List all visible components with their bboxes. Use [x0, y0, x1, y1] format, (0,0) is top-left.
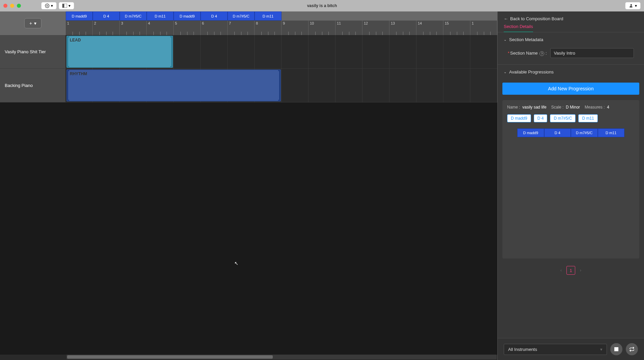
chevron-down-icon: ▾ — [34, 21, 36, 26]
track-lane[interactable]: LEAD — [66, 35, 497, 68]
tab-section-details[interactable]: Section Details — [504, 24, 533, 32]
ruler-cell[interactable]: 11 — [335, 21, 362, 35]
arrow-left-icon: ← — [504, 16, 508, 21]
details-pane: ← Back to Composition Board Section Deta… — [497, 11, 644, 360]
section-name-label: *Section Name ? : — [508, 51, 547, 56]
chord-tag[interactable]: D m11 — [578, 114, 597, 122]
ruler-cell[interactable]: 1 — [470, 21, 497, 35]
chevron-down-icon: ▾ — [600, 347, 603, 352]
available-progressions-header[interactable]: ⌄ Available Progressions — [504, 69, 638, 74]
add-progression-button[interactable]: Add New Progression — [502, 83, 639, 95]
maximize-window-button[interactable] — [17, 4, 21, 8]
scrollbar-thumb[interactable] — [67, 355, 273, 359]
ruler-cell[interactable]: 14 — [416, 21, 443, 35]
chord-bar-cell[interactable]: D m7#5/C — [571, 128, 598, 137]
loop-button[interactable] — [626, 343, 638, 355]
track-header[interactable]: Backing Piano — [0, 69, 66, 102]
ruler-cell[interactable]: 5 — [174, 21, 201, 35]
panel-icon — [62, 4, 67, 8]
ruler-cell[interactable]: 10 — [309, 21, 335, 35]
help-icon[interactable]: ? — [539, 51, 544, 56]
prog-scale-label: Scale : — [551, 105, 564, 110]
time-ruler[interactable]: 1234567891011121314151 — [66, 21, 497, 35]
stop-button[interactable] — [610, 343, 622, 355]
ruler-cell[interactable]: 8 — [255, 21, 282, 35]
chevron-down-icon: ▾ — [68, 3, 70, 8]
section-name-input[interactable] — [550, 48, 634, 58]
chord-cell[interactable]: D m11 — [255, 11, 282, 21]
ruler-cell[interactable]: 9 — [282, 21, 309, 35]
chord-cell[interactable]: D m11 — [147, 11, 174, 21]
page-number[interactable]: 1 — [566, 266, 575, 275]
track-row: Vasily Piano Shit TierLEAD — [0, 35, 497, 69]
clip[interactable]: LEAD — [66, 36, 173, 68]
gear-icon — [45, 3, 50, 8]
chord-bar-cell[interactable]: D madd9 — [517, 128, 544, 137]
clip[interactable]: RHYTHM — [66, 69, 281, 101]
section-metadata-header[interactable]: ⌄ Section Metadata — [504, 37, 638, 42]
horizontal-scrollbar[interactable] — [66, 355, 497, 359]
ruler-cell[interactable]: 12 — [362, 21, 389, 35]
chord-bar-cell[interactable]: D 4 — [544, 128, 571, 137]
plus-icon: + — [29, 21, 32, 26]
prog-scale-value: D Minor — [566, 105, 580, 110]
track-lane[interactable]: RHYTHM — [66, 69, 497, 102]
chord-cell[interactable]: D m7#5/C — [228, 11, 255, 21]
section-metadata-label: Section Metadata — [509, 37, 543, 42]
user-menu-button[interactable]: ▾ — [625, 2, 641, 9]
svg-rect-4 — [614, 347, 618, 351]
chord-cell[interactable]: D madd9 — [174, 11, 201, 21]
instrument-select-value: All Instruments — [508, 347, 537, 352]
available-progressions-label: Available Progressions — [509, 69, 554, 74]
ruler-cell[interactable]: 7 — [228, 21, 255, 35]
prog-measures-value: 4 — [607, 105, 609, 110]
ruler-cell[interactable]: 2 — [93, 21, 120, 35]
loop-icon — [629, 347, 635, 352]
svg-point-0 — [47, 5, 48, 6]
track-header[interactable]: Vasily Piano Shit Tier — [0, 35, 66, 68]
chord-tag[interactable]: D madd9 — [507, 114, 531, 122]
chord-cell[interactable]: D 4 — [201, 11, 228, 21]
chevron-down-icon: ⌄ — [504, 70, 506, 74]
ruler-cell[interactable]: 6 — [201, 21, 228, 35]
chord-cell[interactable]: D 4 — [93, 11, 120, 21]
add-track-button[interactable]: + ▾ — [24, 18, 41, 28]
user-icon — [629, 3, 634, 8]
close-window-button[interactable] — [3, 4, 7, 8]
svg-rect-1 — [62, 4, 64, 8]
svg-point-3 — [631, 4, 632, 6]
svg-rect-2 — [64, 4, 67, 8]
ruler-cell[interactable]: 15 — [443, 21, 470, 35]
cursor-icon: ↖ — [234, 261, 238, 266]
chord-cell[interactable]: D m7#5/C — [120, 11, 147, 21]
prog-name-value: vasily sad life — [522, 105, 546, 110]
window-title: vasily is a bitch — [307, 3, 337, 8]
stop-icon — [614, 347, 618, 351]
prev-page-button[interactable]: ‹ — [560, 268, 562, 273]
chord-bar-cell[interactable]: D m11 — [598, 128, 625, 137]
ruler-cell[interactable]: 3 — [120, 21, 147, 35]
prog-measures-label: Measures : — [585, 105, 605, 110]
chevron-down-icon: ▾ — [635, 3, 637, 8]
next-page-button[interactable]: › — [580, 268, 581, 273]
pagination: ‹ 1 › — [498, 261, 644, 279]
chevron-down-icon: ▾ — [51, 3, 53, 8]
minimize-window-button[interactable] — [10, 4, 14, 8]
settings-dropdown[interactable]: ▾ — [41, 2, 57, 9]
prog-name-label: Name : — [507, 105, 520, 110]
ruler-cell[interactable]: 4 — [147, 21, 174, 35]
view-dropdown[interactable]: ▾ — [59, 2, 74, 9]
ruler-cell[interactable]: 13 — [389, 21, 416, 35]
back-button[interactable]: ← Back to Composition Board — [498, 11, 644, 24]
chord-row: D madd9D 4D m7#5/CD m11D madd9D 4D m7#5/… — [66, 11, 497, 21]
ruler-cell[interactable]: 1 — [66, 21, 93, 35]
progression-card[interactable]: Name : vasily sad life Scale : D Minor M… — [502, 100, 639, 259]
titlebar: ▾ ▾ vasily is a bitch ▾ — [0, 0, 644, 11]
timeline-empty-area[interactable]: ↖ — [0, 195, 497, 355]
back-label: Back to Composition Board — [510, 16, 563, 21]
instrument-select[interactable]: All Instruments ▾ — [504, 344, 607, 355]
chord-tag[interactable]: D m7#5/C — [550, 114, 576, 122]
chord-cell[interactable]: D madd9 — [66, 11, 93, 21]
timeline-pane: + ▾ D madd9D 4D m7#5/CD m11D madd9D 4D m… — [0, 11, 497, 360]
chord-tag[interactable]: D 4 — [534, 114, 548, 122]
